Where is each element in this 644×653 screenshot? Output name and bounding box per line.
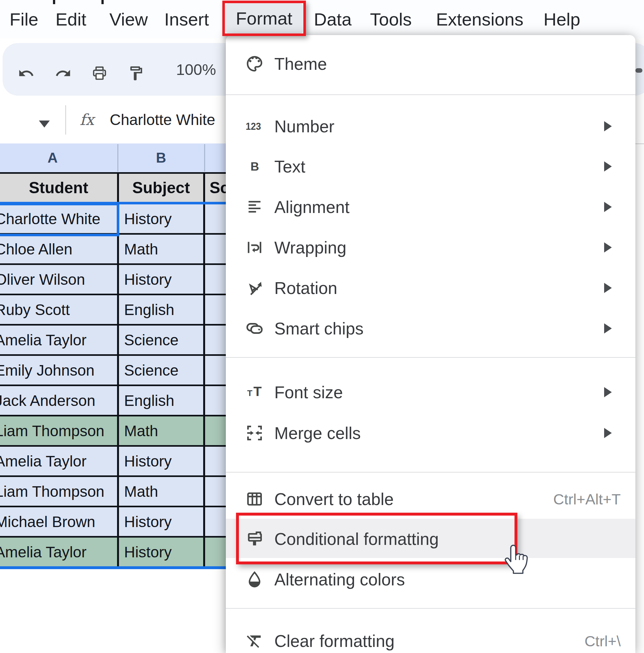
cell-subject[interactable]: History (124, 507, 172, 536)
menu-item-smart-chips[interactable]: Smart chips (226, 309, 636, 347)
zoom-level-control[interactable]: 100% (176, 43, 216, 96)
cell-student[interactable]: Oliver Wilson (0, 265, 117, 294)
svg-text:T: T (253, 384, 262, 399)
cell-subject[interactable]: Math (124, 416, 158, 445)
table-row-highlighted[interactable]: Liam Thompson Math (0, 416, 226, 447)
menu-help[interactable]: Help (544, 0, 580, 38)
font-size-icon: T T (242, 373, 267, 411)
cell-value: Amelia Taylor (0, 331, 87, 349)
formula-bar-value: Charlotte White (110, 111, 215, 128)
table-body: Charlotte White History Chloe Allen Math… (0, 204, 226, 566)
cell-value: English (124, 301, 174, 318)
column-b-label: B (156, 150, 166, 166)
table-row-highlighted[interactable]: Amelia Taylor History (0, 538, 226, 566)
menu-item-alignment[interactable]: Alignment (226, 188, 636, 226)
cell-student[interactable]: Jack Anderson (0, 386, 117, 415)
cell-value: History (124, 513, 172, 531)
cell-student[interactable]: Liam Thompson (0, 477, 117, 506)
header-cell-student[interactable]: Student (0, 174, 117, 202)
cell-subject[interactable]: English (124, 386, 174, 415)
palette-icon (242, 45, 267, 83)
submenu-arrow-icon (604, 121, 612, 131)
annotation-box-conditional-formatting (236, 513, 517, 564)
fx-label: fx (80, 111, 94, 128)
cell-subject[interactable]: History (124, 538, 172, 566)
cell-student[interactable]: Michael Brown (0, 507, 117, 536)
table-row[interactable]: Oliver Wilson History (0, 265, 226, 295)
header-student-label: Student (29, 178, 88, 197)
smart-chips-icon (242, 309, 267, 347)
table-row[interactable]: Emily Johnson Science (0, 356, 226, 386)
cell-subject[interactable]: English (124, 295, 174, 324)
cell-value: History (124, 453, 172, 470)
menu-item-wrapping[interactable]: Wrapping (226, 228, 636, 267)
menu-view[interactable]: View (110, 0, 148, 38)
cell-student[interactable]: Ruby Scott (0, 295, 117, 324)
menu-bar: File Edit View Insert Data Tools Extensi… (0, 0, 644, 38)
table-row[interactable]: Chloe Allen Math (0, 235, 226, 265)
zoom-level-value: 100% (176, 61, 216, 78)
menu-item-label: Merge cells (274, 424, 361, 443)
cell-subject[interactable]: Math (124, 477, 158, 506)
menu-tools[interactable]: Tools (370, 0, 412, 38)
menu-item-label: Convert to table (274, 489, 393, 509)
table-top-border (0, 172, 226, 174)
submenu-arrow-icon (604, 283, 612, 293)
submenu-arrow-icon (604, 428, 612, 438)
menu-separator (226, 472, 636, 473)
undo-icon[interactable] (18, 65, 34, 82)
cell-subject[interactable]: History (124, 204, 172, 233)
menu-item-number[interactable]: 123 Number (226, 107, 636, 145)
column-header-b[interactable]: B (119, 144, 203, 172)
menu-item-alternating-colors[interactable]: Alternating colors (226, 560, 636, 599)
cell-value: Ruby Scott (0, 301, 70, 318)
merge-cells-icon (242, 414, 267, 452)
cell-student[interactable]: Amelia Taylor (0, 447, 117, 476)
column-header-a[interactable]: A (0, 144, 105, 172)
menu-item-text[interactable]: B Text (226, 147, 636, 186)
column-strip-divider (117, 144, 118, 172)
menu-insert[interactable]: Insert (164, 0, 209, 38)
menu-item-rotation[interactable]: Rotation (226, 269, 636, 307)
table-row[interactable]: Jack Anderson English (0, 386, 226, 416)
table-row[interactable]: Liam Thompson Math (0, 477, 226, 507)
cell-subject[interactable]: History (124, 265, 172, 294)
table-bottom-accent-border (0, 566, 226, 569)
menu-file[interactable]: File (9, 0, 38, 38)
cell-student[interactable]: Liam Thompson (0, 416, 117, 445)
menu-item-label: Text (274, 157, 305, 176)
cell-subject[interactable]: Science (124, 356, 178, 385)
cell-student[interactable]: Emily Johnson (0, 356, 117, 385)
menu-edit[interactable]: Edit (55, 0, 87, 38)
name-box-caret-icon[interactable] (39, 121, 50, 127)
menu-item-theme[interactable]: Theme (226, 45, 636, 83)
table-icon (242, 480, 267, 518)
table-row[interactable]: Michael Brown History (0, 507, 226, 538)
menu-item-clear-formatting[interactable]: Clear formatting Ctrl+\ (226, 622, 636, 653)
hand-pointer-cursor (503, 543, 529, 576)
cell-value: History (124, 543, 172, 561)
cell-value: Amelia Taylor (0, 543, 87, 561)
menu-item-label: Theme (274, 54, 327, 74)
svg-text:T: T (247, 388, 252, 398)
table-row[interactable]: Amelia Taylor History (0, 447, 226, 477)
menu-item-shortcut: Ctrl+Alt+T (553, 490, 621, 508)
print-icon[interactable] (91, 65, 108, 82)
formula-bar-input[interactable]: Charlotte White (110, 96, 215, 144)
table-row[interactable]: Ruby Scott English (0, 295, 226, 325)
cell-subject[interactable]: History (124, 447, 172, 476)
table-row[interactable]: Amelia Taylor Science (0, 325, 226, 356)
redo-icon[interactable] (55, 65, 71, 82)
menu-item-font-size[interactable]: T T Font size (226, 373, 636, 411)
cell-student[interactable]: Amelia Taylor (0, 325, 117, 354)
header-cell-subject[interactable]: Subject (119, 174, 203, 202)
menu-data[interactable]: Data (314, 0, 352, 38)
cell-subject[interactable]: Math (124, 235, 158, 263)
paint-format-icon[interactable] (127, 65, 144, 82)
cell-student[interactable]: Amelia Taylor (0, 538, 117, 566)
menu-item-merge-cells[interactable]: Merge cells (226, 414, 636, 452)
cell-student[interactable]: Chloe Allen (0, 235, 117, 263)
cell-subject[interactable]: Science (124, 325, 178, 354)
menu-item-convert-to-table[interactable]: Convert to table Ctrl+Alt+T (226, 480, 636, 518)
menu-extensions[interactable]: Extensions (436, 0, 523, 38)
